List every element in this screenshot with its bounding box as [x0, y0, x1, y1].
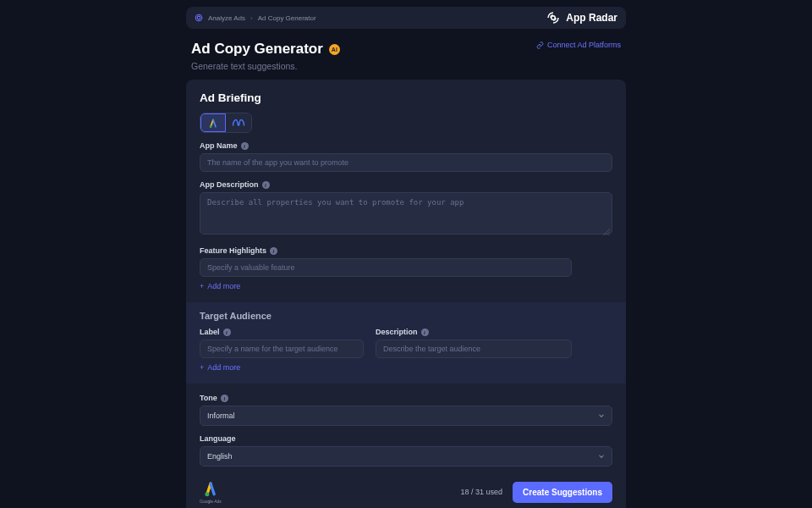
breadcrumb-current: Ad Copy Generator — [258, 14, 316, 22]
briefing-card: Ad Briefing — [186, 80, 626, 508]
add-feature-label: Add more — [207, 282, 240, 290]
add-feature-button[interactable]: + Add more — [200, 282, 240, 290]
label-app-description: App Description — [200, 180, 259, 189]
label-audience-label: Label — [200, 328, 220, 336]
audience-description-input[interactable] — [376, 340, 572, 358]
label-tone: Tone — [200, 394, 217, 402]
section-title-audience: Target Audience — [200, 311, 612, 321]
google-ads-icon — [201, 480, 220, 497]
tone-select[interactable]: Informal — [200, 406, 612, 426]
breadcrumb: Analyze Ads › Ad Copy Generator — [195, 14, 316, 22]
field-app-description: App Description i — [200, 180, 612, 238]
breadcrumb-root[interactable]: Analyze Ads — [208, 14, 245, 22]
field-features: Feature Highlights i + Add more — [200, 246, 612, 292]
app-name-input[interactable] — [200, 153, 612, 172]
field-language: Language English — [200, 434, 612, 467]
info-icon[interactable]: i — [221, 395, 228, 402]
chevron-right-icon: › — [250, 14, 253, 22]
provider-badge: Google Ads — [200, 480, 222, 504]
target-icon — [195, 14, 203, 22]
platform-toggle — [200, 113, 252, 133]
svg-point-1 — [197, 16, 200, 19]
meta-icon — [232, 118, 245, 128]
plus-icon: + — [200, 282, 204, 290]
connect-ad-platforms-label: Connect Ad Platforms — [547, 41, 621, 49]
label-app-name: App Name — [200, 141, 238, 150]
info-icon[interactable]: i — [421, 329, 429, 336]
field-app-name: App Name i — [200, 141, 612, 172]
svg-point-4 — [205, 492, 209, 496]
page-title-text: Ad Copy Generator — [191, 41, 323, 58]
page-header: Ad Copy Generator AI Generate text sugge… — [186, 29, 626, 80]
add-audience-label: Add more — [207, 363, 240, 372]
info-icon[interactable]: i — [262, 181, 270, 189]
info-icon[interactable]: i — [241, 142, 249, 150]
label-audience-description: Description — [376, 328, 418, 336]
platform-google-ads[interactable] — [200, 113, 226, 132]
field-tone: Tone i Informal — [200, 394, 612, 426]
top-bar: Analyze Ads › Ad Copy Generator App Rada… — [186, 7, 626, 29]
app-description-input[interactable] — [200, 192, 612, 235]
label-features: Feature Highlights — [200, 246, 266, 255]
target-audience-panel: Target Audience Label i Description i — [186, 302, 626, 384]
language-select[interactable]: English — [200, 446, 612, 467]
add-audience-button[interactable]: + Add more — [200, 363, 240, 372]
page-subtitle: Generate text suggestions. — [191, 61, 340, 71]
brand: App Radar — [546, 10, 617, 25]
ai-badge-icon: AI — [329, 44, 340, 55]
svg-point-3 — [210, 125, 212, 128]
provider-label: Google Ads — [200, 499, 222, 504]
audience-label-input[interactable] — [200, 340, 364, 358]
info-icon[interactable]: i — [223, 329, 231, 336]
page-title: Ad Copy Generator AI — [191, 41, 340, 58]
info-icon[interactable]: i — [270, 247, 277, 255]
label-language: Language — [200, 434, 236, 443]
radar-icon — [546, 10, 561, 25]
usage-counter: 18 / 31 used — [461, 488, 503, 496]
svg-point-0 — [195, 14, 202, 21]
feature-input[interactable] — [200, 258, 572, 277]
connect-ad-platforms-link[interactable]: Connect Ad Platforms — [536, 41, 621, 49]
card-footer: Google Ads 18 / 31 used Create Suggestio… — [200, 480, 612, 504]
svg-point-2 — [551, 16, 556, 20]
brand-name: App Radar — [566, 12, 617, 24]
section-title-briefing: Ad Briefing — [200, 91, 612, 104]
link-icon — [536, 41, 544, 49]
create-suggestions-button[interactable]: Create Suggestions — [513, 482, 612, 503]
google-ads-icon — [207, 117, 219, 129]
plus-icon: + — [200, 363, 204, 372]
platform-meta[interactable] — [226, 113, 251, 132]
